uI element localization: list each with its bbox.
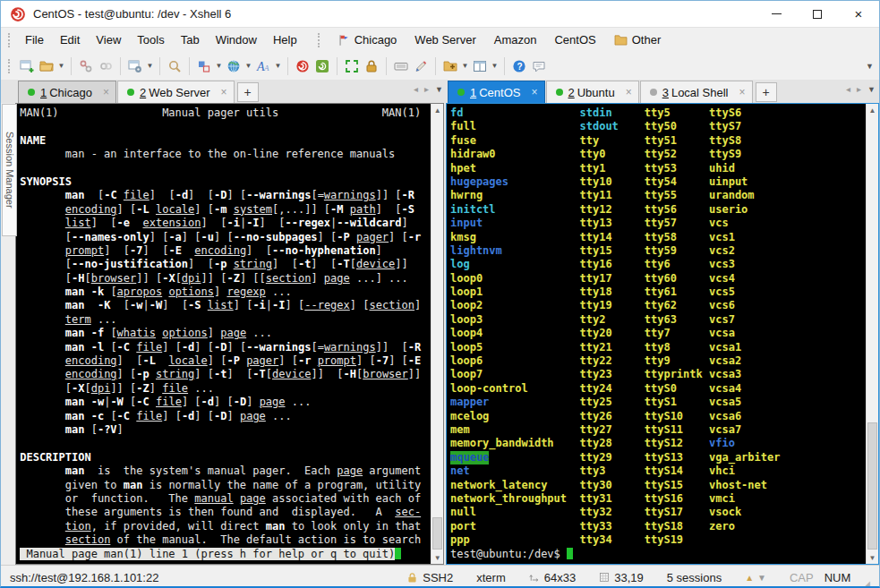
terminal-line: man -c [-C file] [-d] [-D] page ... (20, 410, 431, 423)
tab-close-icon[interactable]: × (103, 86, 109, 98)
terminal-line (20, 437, 431, 450)
scroll-up-icon[interactable]: ▲ (867, 104, 878, 116)
new-tab-button[interactable]: + (237, 82, 259, 102)
tab-close-icon[interactable]: × (739, 86, 746, 98)
flag-icon (337, 34, 350, 47)
font-icon[interactable]: AA (253, 55, 273, 77)
menu-tools[interactable]: Tools (129, 30, 172, 50)
highlight-pen-icon[interactable] (411, 55, 431, 77)
tab-close-icon[interactable]: × (531, 86, 537, 98)
tab-strips: 1Chicago × 2Web Server × + ◂ ▸ ▼ 1CentOS… (1, 80, 879, 103)
toolbar-separator (159, 57, 160, 75)
dev-listing-row: hpettty1tty53uhid (450, 162, 866, 175)
dev-listing-row: hugepagestty10tty54uinput (450, 175, 866, 189)
tab-local-shell[interactable]: 3Local Shell × (640, 81, 753, 103)
fullscreen-icon[interactable] (342, 55, 362, 77)
toolbar-gripper[interactable] (8, 59, 13, 73)
tile-dropdown-caret[interactable]: ▼ (490, 55, 500, 77)
left-dock-strip: Session Manager (1, 103, 15, 565)
encoding-dropdown-caret[interactable]: ▼ (243, 55, 253, 77)
resize-grip[interactable]: ◢ (863, 579, 870, 588)
new-folder-dropdown-caret[interactable]: ▼ (460, 55, 470, 77)
tab-close-icon[interactable]: × (221, 86, 227, 98)
session-button-other[interactable]: Other (605, 30, 671, 50)
scroll-down-icon[interactable]: ▼ (867, 551, 878, 564)
reconnect-icon[interactable] (96, 55, 115, 77)
session-button-amazon[interactable]: Amazon (485, 30, 546, 50)
font-dropdown-caret[interactable]: ▼ (273, 55, 283, 77)
session-manager-tab[interactable]: Session Manager (2, 104, 17, 236)
help-icon[interactable]: ? (509, 55, 529, 77)
session-button-centos[interactable]: CentOS (545, 30, 604, 50)
tab-scroll-left-icon[interactable]: ◂ (846, 84, 850, 94)
lock-icon[interactable] (362, 55, 381, 77)
properties-dropdown-caret[interactable]: ▼ (145, 55, 155, 77)
tab-scroll-right-icon[interactable]: ▸ (857, 84, 861, 94)
dev-listing-row: initctltty12tty56userio (450, 203, 866, 217)
maximize-button[interactable] (797, 1, 838, 27)
xshell-launch-icon[interactable] (293, 55, 312, 77)
terminal-line: man -K [-w|-W] [-S list] [-i|-I] [--rege… (20, 299, 431, 312)
scrollbar-thumb[interactable] (867, 422, 877, 550)
keyboard-icon[interactable] (391, 55, 411, 77)
scroll-up-icon[interactable]: ▲ (431, 104, 443, 116)
new-session-icon[interactable] (17, 55, 37, 77)
feedback-icon[interactable] (529, 55, 549, 77)
open-dropdown-caret[interactable]: ▼ (56, 55, 66, 77)
terminal-line: man -k [apropos options] regexp ... (20, 285, 431, 299)
session-button-web-server[interactable]: Web Server (406, 30, 484, 50)
terminal-line: term ... (20, 313, 431, 327)
scrollbar-thumb[interactable] (432, 517, 442, 550)
toolbar-options-caret[interactable]: ▼ (866, 62, 874, 71)
minimize-button[interactable] (756, 1, 797, 27)
menu-edit[interactable]: Edit (52, 30, 88, 50)
tile-layout-icon[interactable] (470, 55, 490, 77)
disconnect-icon[interactable] (76, 55, 96, 77)
dev-listing-row: ppptty34ttyS19 (450, 533, 866, 547)
terminal-line: prompt] [-7] [-E encoding] [--no-hyphena… (20, 244, 431, 258)
menu-tab[interactable]: Tab (173, 30, 208, 50)
tab-chicago[interactable]: 1Chicago × (18, 81, 116, 103)
terminal-line: [-X[dpi]] [-Z] file ... (20, 382, 431, 396)
menu-file[interactable]: File (17, 30, 52, 50)
upload-arrow-icon: ▲ (745, 573, 754, 583)
menu-window[interactable]: Window (208, 30, 265, 50)
resize-icon (529, 572, 540, 583)
open-folder-icon[interactable] (37, 55, 56, 77)
scroll-down-icon[interactable]: ▼ (431, 551, 443, 564)
compose-dropdown-caret[interactable]: ▼ (214, 55, 224, 77)
right-terminal-scrollbar[interactable]: ▲ ▼ (866, 104, 878, 564)
compose-icon[interactable] (194, 55, 214, 77)
new-folder-icon[interactable] (440, 55, 460, 77)
tab-list-caret[interactable]: ▼ (435, 85, 443, 94)
left-terminal-screen[interactable]: MAN(1) Manual pager utils MAN(1)NAME man… (16, 104, 431, 564)
tab-scroll-left-icon[interactable]: ◂ (414, 84, 418, 94)
menubar-gripper[interactable] (8, 33, 13, 47)
caps-lock-indicator: CAP (790, 571, 814, 584)
new-tab-button[interactable]: + (756, 82, 777, 102)
find-icon[interactable] (165, 55, 184, 77)
tab-ubuntu[interactable]: 2Ubuntu × (546, 81, 639, 103)
close-button[interactable]: × (838, 1, 879, 27)
session-status-dot (28, 89, 35, 96)
menu-help[interactable]: Help (265, 30, 305, 50)
xftp-launch-icon[interactable] (312, 55, 332, 77)
tab-centos[interactable]: 1CentOS × (448, 81, 545, 103)
tab-list-caret[interactable]: ▼ (867, 85, 876, 94)
encoding-globe-icon[interactable] (224, 55, 243, 77)
left-terminal-scrollbar[interactable]: ▲ ▼ (431, 104, 443, 564)
dev-listing-row: loop4tty20tty7vcsa (450, 327, 866, 340)
tab-scroll-right-icon[interactable]: ▸ (424, 84, 429, 94)
tab-web-server[interactable]: 2Web Server × (117, 81, 235, 103)
session-properties-icon[interactable] (125, 55, 145, 77)
dev-listing-row: network_throughputtty31ttyS16vmci (450, 492, 866, 506)
right-terminal-pane: fdstdintty5ttyS6fullstdouttty50ttyS7fuse… (446, 103, 879, 565)
shell-prompt: test@ubuntu:/dev$ (450, 548, 866, 561)
terminal-line: encoding] [-L locale] [-P pager] [-r pro… (20, 354, 431, 368)
terminal-line: SYNOPSIS (20, 175, 431, 189)
right-terminal-screen[interactable]: fdstdintty5ttyS6fullstdouttty50ttyS7fuse… (447, 104, 866, 564)
menu-view[interactable]: View (88, 30, 129, 50)
position-grid-icon (599, 572, 610, 583)
session-button-chicago[interactable]: Chicago (329, 30, 406, 50)
tab-close-icon[interactable]: × (626, 86, 632, 98)
